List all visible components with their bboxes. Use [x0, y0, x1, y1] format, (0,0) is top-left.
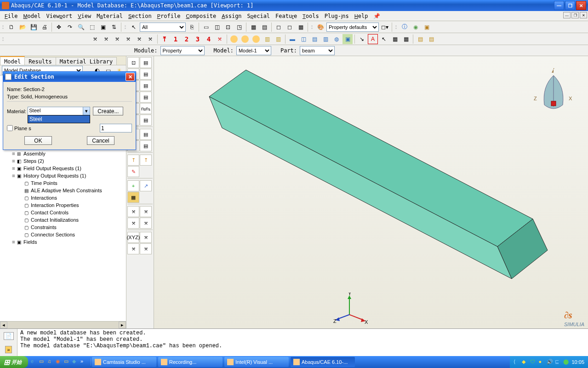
taskbar-item[interactable]: Recording... [158, 357, 223, 367]
create-material-button[interactable]: Create... [93, 107, 123, 115]
save-file-icon[interactable]: 💾 [29, 22, 39, 32]
tree-item[interactable]: ▢ Time Points [1, 179, 125, 187]
view3-btn[interactable]: 3 [193, 34, 203, 44]
menu-material[interactable]: Material [94, 12, 126, 20]
taskbar-item[interactable]: Camtasia Studio ... [92, 357, 156, 367]
view4-btn[interactable]: 4 [204, 34, 214, 44]
ql-folder-icon[interactable]: ▭ [64, 358, 71, 366]
tree-item[interactable]: ⊞▣ Field Output Requests (1) [1, 165, 125, 172]
vtool-btn[interactable]: ✎ [127, 166, 139, 177]
view-cube[interactable]: Y X Z [533, 68, 574, 119]
circle-icon[interactable] [240, 34, 250, 44]
layout-icon[interactable]: ▤ [309, 34, 320, 44]
tree-item[interactable]: ⊞◧ Steps (2) [1, 157, 125, 165]
module-select[interactable]: Property [160, 46, 205, 55]
csys-icon[interactable]: ⤧ [90, 34, 100, 44]
menu-profile[interactable]: Profile [154, 12, 183, 20]
menu-pin-icon[interactable]: 📌 [371, 12, 383, 20]
vtool-btn[interactable]: ⤧ [140, 243, 152, 254]
tray-icon[interactable]: ⬤ [563, 359, 570, 365]
toolbar-grip[interactable] [2, 34, 5, 44]
vtool-btn[interactable]: ▤ [140, 57, 152, 68]
vtool-btn[interactable]: ⤧ [127, 243, 139, 254]
menu-composite[interactable]: Composite [183, 12, 219, 20]
circle-icon[interactable] [251, 34, 261, 44]
vtool-btn[interactable]: ⤧ [140, 232, 152, 243]
scroll-right-icon[interactable]: ▸ [119, 322, 126, 328]
tab-results[interactable]: Results [24, 57, 56, 65]
taskbar-clock[interactable]: 10:05 [571, 359, 584, 365]
menu-special[interactable]: Special [245, 12, 273, 20]
plane-value-input[interactable] [100, 124, 132, 132]
vtool-btn[interactable]: ⤒ [140, 155, 152, 166]
plane-checkbox[interactable] [7, 125, 13, 131]
table-icon[interactable]: ▦ [401, 34, 411, 44]
tree-item[interactable]: ▢ Connector Sections [1, 231, 125, 238]
vtool-btn[interactable]: (XYZ) [127, 232, 139, 243]
menu-section[interactable]: Section [126, 12, 154, 20]
tray-icon[interactable]: ● [538, 359, 545, 365]
tray-volume-icon[interactable]: 🔊 [547, 359, 553, 365]
tool-icon[interactable]: ▭ [201, 22, 211, 32]
tab-material-library[interactable]: Material Library [56, 57, 117, 65]
csys-icon[interactable]: ⤧ [145, 34, 155, 44]
ql-app-icon[interactable]: ◆ [72, 358, 80, 366]
zoom-icon[interactable]: 🔍 [76, 22, 86, 32]
palette-icon[interactable]: 🎨 [315, 22, 325, 32]
box-icon[interactable]: ◻ [285, 22, 295, 32]
annotate-icon[interactable]: ↘ [357, 34, 367, 44]
select-icon[interactable]: ↖ [129, 22, 139, 32]
view2-btn[interactable]: 2 [182, 34, 192, 44]
layout-icon[interactable]: ◫ [298, 34, 308, 44]
csys-icon[interactable]: ⤧ [123, 34, 133, 44]
display-group-select[interactable]: Property defaults [326, 23, 379, 32]
tree-item[interactable]: ▢ Interaction Properties [1, 201, 125, 209]
tree-item[interactable]: ⊞▣ History Output Requests (1) [1, 172, 125, 179]
view1-btn[interactable]: 1 [171, 34, 181, 44]
cube-green-icon[interactable]: ◉ [411, 22, 421, 32]
export-icon[interactable]: ▤ [415, 34, 425, 44]
layout-icon[interactable]: ▣ [343, 34, 353, 44]
toolbar-grip[interactable] [311, 23, 314, 32]
cycle-icon[interactable]: ⇅ [109, 22, 119, 32]
tree-item[interactable]: ▤ ALE Adaptive Mesh Constraints [1, 187, 125, 194]
layout-icon[interactable]: ▬ [287, 34, 297, 44]
tray-icon[interactable]: ⟨ [514, 359, 520, 365]
viewport[interactable]: Y X Z Y X Z [154, 56, 588, 328]
tray-shield-icon[interactable]: 🛡 [530, 359, 537, 365]
box-icon[interactable]: ◻ [274, 22, 284, 32]
mdi-restore[interactable]: ❐ [571, 12, 579, 18]
vtool-btn[interactable]: ▤ [140, 69, 152, 80]
view1-icon[interactable]: ⤒ [160, 34, 170, 44]
vtool-btn[interactable]: ⤧ [127, 206, 139, 217]
tree-item[interactable]: ▢ Contact Initializations [1, 216, 125, 224]
taskbar-item[interactable]: Abaqus/CAE 6.10-... [291, 357, 355, 367]
vtool-btn[interactable]: ▤ [140, 80, 152, 91]
csys-icon[interactable]: ⤧ [112, 34, 122, 44]
menu-help[interactable]: Help [352, 12, 371, 20]
model-select[interactable]: Model-1 [236, 46, 271, 55]
menu-viewport[interactable]: Viewport [44, 12, 75, 20]
open-file-icon[interactable]: 📂 [17, 22, 28, 32]
menu-view[interactable]: View [75, 12, 94, 20]
vtool-btn[interactable]: ⤧ [140, 218, 152, 229]
dialog-close-button[interactable]: ✕ [126, 73, 135, 81]
cancel-button[interactable]: Cancel [87, 136, 114, 145]
tray-icon[interactable]: ◆ [522, 359, 528, 365]
tray-network-icon[interactable]: ⊑ [555, 359, 561, 365]
mdi-minimize[interactable]: — [563, 12, 571, 18]
text-icon[interactable]: A [368, 34, 378, 44]
grid-icon[interactable]: ▤ [259, 22, 269, 32]
grid-icon[interactable]: ▦ [248, 22, 258, 32]
bars-icon[interactable]: ▥ [262, 34, 272, 44]
taskbar-item[interactable]: Intel(R) Visual ... [224, 357, 289, 367]
print-icon[interactable]: 🖨 [40, 22, 50, 32]
menu-file[interactable]: File [2, 12, 20, 20]
cube-gold-icon[interactable]: ▣ [422, 22, 432, 32]
minimize-button[interactable]: — [554, 1, 564, 10]
menu-model[interactable]: Model [20, 12, 43, 20]
ql-more-icon[interactable]: » [80, 358, 88, 366]
ok-button[interactable]: OK [24, 136, 52, 145]
selection-filter[interactable]: All [140, 23, 186, 32]
dropdown-arrow-icon[interactable]: ▾ [83, 107, 90, 115]
